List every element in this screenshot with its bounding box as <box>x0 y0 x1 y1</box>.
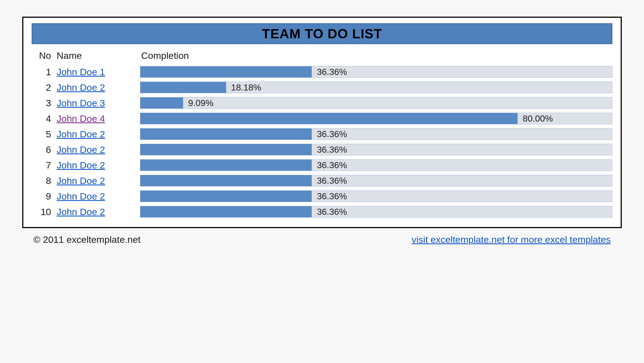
row-name: John Doe 2 <box>57 191 140 202</box>
bar-fill <box>140 97 183 109</box>
row-name: John Doe 2 <box>57 206 140 217</box>
table-header: No Name Completion <box>32 49 612 66</box>
table-row: 2John Doe 218.18% <box>32 82 612 93</box>
bar-label: 9.09% <box>183 98 213 108</box>
row-name: John Doe 2 <box>57 82 140 93</box>
bar-label: 36.36% <box>312 207 347 217</box>
footer-copyright: © 2011 exceltemplate.net <box>33 234 141 245</box>
bar-label: 36.36% <box>312 160 347 170</box>
completion-bar: 36.36% <box>140 144 612 155</box>
bar-label: 36.36% <box>312 191 347 201</box>
completion-bar: 80.00% <box>140 113 612 124</box>
completion-bar: 36.36% <box>140 190 612 202</box>
bar-fill <box>140 206 312 217</box>
row-name: John Doe 2 <box>57 175 140 186</box>
row-no: 1 <box>32 67 57 77</box>
row-name: John Doe 2 <box>57 129 140 140</box>
bar-label: 36.36% <box>312 176 347 186</box>
bar-label: 36.36% <box>312 67 347 77</box>
completion-bar: 18.18% <box>140 82 612 93</box>
completion-bar: 36.36% <box>140 206 612 218</box>
row-no: 9 <box>32 191 57 202</box>
table-row: 10John Doe 236.36% <box>32 206 612 218</box>
table-row: 1John Doe 136.36% <box>32 66 612 78</box>
completion-bar: 36.36% <box>140 128 612 140</box>
row-no: 3 <box>32 98 57 109</box>
table-row: 5John Doe 236.36% <box>32 128 612 140</box>
bar-label: 80.00% <box>518 114 553 124</box>
col-header-completion: Completion <box>140 50 612 61</box>
row-no: 10 <box>32 206 57 217</box>
bar-label: 36.36% <box>312 129 347 139</box>
rows-container: 1John Doe 136.36%2John Doe 218.18%3John … <box>32 66 612 218</box>
row-name: John Doe 4 <box>57 113 140 124</box>
row-no: 5 <box>32 129 57 140</box>
name-link[interactable]: John Doe 4 <box>57 113 105 124</box>
name-link[interactable]: John Doe 1 <box>57 67 105 77</box>
row-no: 8 <box>32 175 57 186</box>
row-name: John Doe 3 <box>57 98 140 109</box>
name-link[interactable]: John Doe 2 <box>57 175 105 186</box>
completion-bar: 36.36% <box>140 175 612 186</box>
bar-fill <box>140 175 312 186</box>
col-header-no: No <box>32 50 57 61</box>
title-bar: TEAM TO DO LIST <box>32 23 612 44</box>
bar-fill <box>140 66 312 77</box>
bar-fill <box>140 144 312 155</box>
row-no: 4 <box>32 113 57 124</box>
bar-fill <box>140 128 312 140</box>
name-link[interactable]: John Doe 2 <box>57 129 105 139</box>
name-link[interactable]: John Doe 2 <box>57 191 105 201</box>
name-link[interactable]: John Doe 3 <box>57 98 105 108</box>
table-row: 9John Doe 236.36% <box>32 190 612 202</box>
table-row: 7John Doe 236.36% <box>32 159 612 171</box>
row-name: John Doe 1 <box>57 67 140 77</box>
table-row: 6John Doe 236.36% <box>32 144 612 155</box>
bar-label: 36.36% <box>312 145 347 155</box>
page-title: TEAM TO DO LIST <box>32 26 612 41</box>
completion-bar: 36.36% <box>140 159 612 171</box>
footer-link[interactable]: visit exceltemplate.net for more excel t… <box>412 234 611 245</box>
footer: © 2011 exceltemplate.net visit exceltemp… <box>22 228 622 245</box>
name-link[interactable]: John Doe 2 <box>57 160 105 170</box>
name-link[interactable]: John Doe 2 <box>57 144 105 155</box>
table-row: 4John Doe 480.00% <box>32 113 612 124</box>
name-link[interactable]: John Doe 2 <box>57 82 105 93</box>
row-name: John Doe 2 <box>57 144 140 155</box>
table-row: 8John Doe 236.36% <box>32 175 612 186</box>
row-no: 2 <box>32 82 57 93</box>
bar-label: 18.18% <box>226 82 261 93</box>
row-name: John Doe 2 <box>57 160 140 171</box>
completion-bar: 9.09% <box>140 97 612 109</box>
bar-fill <box>140 191 312 202</box>
bar-fill <box>140 82 226 93</box>
table-row: 3John Doe 39.09% <box>32 97 612 109</box>
row-no: 6 <box>32 144 57 155</box>
main-frame: TEAM TO DO LIST No Name Completion 1John… <box>22 17 622 228</box>
row-no: 7 <box>32 160 57 171</box>
bar-fill <box>140 160 312 171</box>
name-link[interactable]: John Doe 2 <box>57 206 105 217</box>
col-header-name: Name <box>57 50 140 61</box>
completion-bar: 36.36% <box>140 66 612 78</box>
footer-link-wrap: visit exceltemplate.net for more excel t… <box>412 234 611 245</box>
bar-fill <box>140 113 518 124</box>
